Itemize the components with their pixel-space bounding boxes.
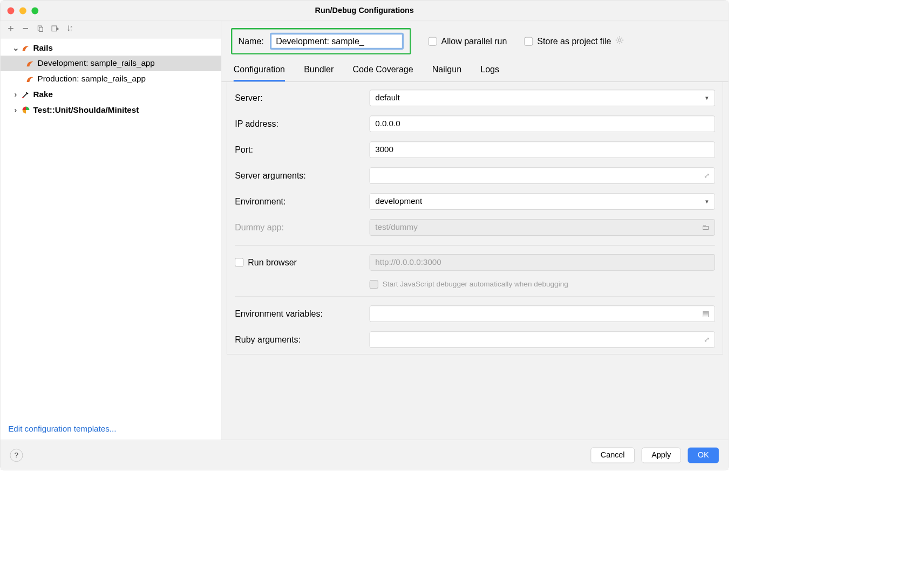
apply-button[interactable]: Apply: [642, 447, 681, 463]
environment-label: Environment:: [235, 196, 370, 206]
ok-button[interactable]: OK: [688, 447, 719, 463]
svg-text:a: a: [70, 25, 72, 28]
main-panel: Name: Allow parallel run Store as projec…: [221, 21, 728, 440]
checkbox-label: Start JavaScript debugger automatically …: [383, 280, 568, 289]
store-as-project-file-checkbox[interactable]: Store as project file: [524, 36, 624, 46]
add-config-button[interactable]: [8, 25, 15, 34]
rails-icon: [25, 74, 35, 84]
name-label: Name:: [239, 36, 264, 46]
ruby-args-input[interactable]: [370, 331, 715, 347]
tree-label: Rails: [33, 43, 53, 53]
chevron-right-icon: ›: [12, 105, 18, 115]
environment-select[interactable]: development: [370, 193, 715, 209]
folder-icon: 🗀: [702, 223, 709, 232]
list-icon[interactable]: ▤: [702, 309, 710, 319]
rails-icon: [21, 43, 31, 53]
server-select[interactable]: default: [370, 90, 715, 106]
name-highlight-box: Name:: [231, 28, 411, 54]
save-config-button[interactable]: [51, 25, 59, 34]
header-row: Name: Allow parallel run Store as projec…: [221, 21, 728, 59]
tree-node-testunit[interactable]: › Test::Unit/Shoulda/Minitest: [1, 102, 221, 118]
chevron-right-icon: ›: [12, 90, 18, 99]
divider: [235, 297, 715, 297]
server-value: default: [375, 93, 400, 103]
sort-alpha-button[interactable]: az: [67, 25, 74, 35]
browser-url-input: http://0.0.0.0:3000: [370, 254, 715, 270]
tree-label: Rake: [33, 90, 53, 99]
svg-rect-1: [39, 27, 43, 31]
divider: [235, 245, 715, 245]
tab-nailgun[interactable]: Nailgun: [432, 65, 461, 81]
checkbox-label: Allow parallel run: [441, 36, 507, 46]
run-browser-checkbox[interactable]: Run browser: [235, 257, 370, 267]
dummy-app-input: test/dummy 🗀: [370, 219, 715, 235]
sidebar-toolbar: az: [1, 21, 221, 38]
tree-label: Test::Unit/Shoulda/Minitest: [33, 105, 139, 115]
zoom-window-button[interactable]: [31, 7, 38, 14]
ip-value: 0.0.0.0: [375, 119, 400, 129]
checkbox-label: Store as project file: [537, 36, 611, 46]
envvars-input[interactable]: ▤: [370, 305, 715, 322]
close-window-button[interactable]: [8, 7, 15, 14]
envvars-label: Environment variables:: [235, 309, 370, 318]
tab-configuration[interactable]: Configuration: [234, 65, 285, 81]
server-args-input[interactable]: [370, 167, 715, 183]
chevron-down-icon: ⌄: [12, 43, 18, 53]
checkbox-box: [370, 280, 378, 289]
svg-rect-2: [52, 26, 57, 31]
ruby-args-label: Ruby arguments:: [235, 334, 370, 344]
cancel-button[interactable]: Cancel: [590, 447, 635, 463]
allow-parallel-run-checkbox[interactable]: Allow parallel run: [429, 36, 507, 46]
tree-label: Production: sample_rails_app: [38, 74, 146, 84]
tabs: Configuration Bundler Code Coverage Nail…: [221, 59, 728, 82]
window-title: Run/Debug Configurations: [1, 6, 729, 15]
gear-icon[interactable]: [615, 36, 624, 46]
test-icon: [21, 105, 31, 115]
configuration-form: Server: default IP address: 0.0.0.0 Port…: [227, 82, 723, 354]
dummy-app-value: test/dummy: [375, 223, 418, 233]
remove-config-button[interactable]: [22, 25, 29, 34]
rails-icon: [25, 59, 35, 69]
port-input[interactable]: 3000: [370, 141, 715, 158]
port-label: Port:: [235, 145, 370, 154]
checkbox-box: [524, 37, 533, 45]
checkbox-box: [235, 258, 243, 266]
minimize-window-button[interactable]: [19, 7, 26, 14]
edit-templates-link[interactable]: Edit configuration templates...: [1, 418, 221, 440]
checkbox-label: Run browser: [248, 257, 297, 267]
tree-node-production[interactable]: Production: sample_rails_app: [1, 71, 221, 87]
ip-label: IP address:: [235, 119, 370, 128]
tab-code-coverage[interactable]: Code Coverage: [353, 65, 413, 81]
traffic-lights: [1, 7, 38, 14]
js-debugger-checkbox: Start JavaScript debugger automatically …: [370, 280, 715, 289]
tree-node-rake[interactable]: › Rake: [1, 87, 221, 102]
tree-node-development[interactable]: Development: sample_rails_app: [1, 56, 221, 71]
port-value: 3000: [375, 145, 393, 155]
config-tree: ⌄ Rails Development: sample_rails_app: [1, 38, 221, 418]
titlebar: Run/Debug Configurations: [1, 1, 729, 21]
tree-label: Development: sample_rails_app: [38, 59, 155, 69]
copy-config-button[interactable]: [37, 25, 44, 34]
tab-logs[interactable]: Logs: [480, 65, 499, 81]
dummy-app-label: Dummy app:: [235, 222, 370, 232]
dialog-footer: ? Cancel Apply OK: [1, 440, 729, 470]
svg-text:z: z: [70, 29, 72, 32]
checkbox-box: [429, 37, 437, 45]
tab-bundler[interactable]: Bundler: [304, 65, 334, 81]
name-input[interactable]: [270, 33, 404, 50]
server-label: Server:: [235, 93, 370, 102]
browser-url-placeholder: http://0.0.0.0:3000: [375, 258, 441, 268]
run-debug-configurations-dialog: Run/Debug Configurations az ⌄ Rails: [0, 0, 729, 470]
tree-node-rails[interactable]: ⌄ Rails: [1, 40, 221, 56]
rake-icon: [21, 90, 31, 99]
help-button[interactable]: ?: [10, 449, 23, 462]
server-args-label: Server arguments:: [235, 170, 370, 180]
svg-point-5: [618, 39, 621, 42]
sidebar: az ⌄ Rails Development: sample_rails_app: [1, 21, 222, 440]
environment-value: development: [375, 197, 422, 207]
ip-input[interactable]: 0.0.0.0: [370, 115, 715, 132]
